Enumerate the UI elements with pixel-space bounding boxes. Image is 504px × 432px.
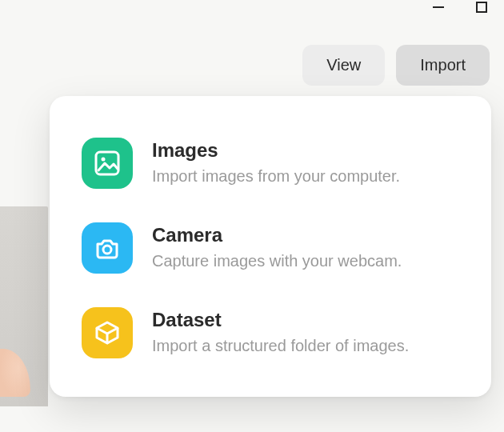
svg-rect-0 (433, 6, 444, 8)
option-description: Import images from your computer. (152, 166, 400, 187)
svg-point-3 (102, 158, 106, 162)
svg-rect-1 (477, 2, 486, 12)
import-popover: Images Import images from your computer.… (50, 96, 491, 397)
image-icon (82, 138, 133, 189)
maximize-icon[interactable] (467, 0, 496, 14)
option-camera[interactable]: Camera Capture images with your webcam. (82, 222, 454, 274)
option-title: Images (152, 139, 400, 162)
toolbar: View Import (302, 45, 490, 86)
option-images[interactable]: Images Import images from your computer. (82, 138, 454, 189)
option-description: Capture images with your webcam. (152, 250, 402, 272)
window-controls (424, 0, 504, 14)
minimize-icon[interactable] (424, 0, 453, 14)
cube-icon (82, 307, 133, 358)
camera-icon (82, 222, 133, 274)
option-title: Dataset (152, 309, 409, 332)
option-description: Import a structured folder of images. (152, 335, 409, 357)
option-title: Camera (152, 224, 402, 247)
option-images-text: Images Import images from your computer. (152, 138, 400, 187)
view-button[interactable]: View (302, 45, 385, 86)
option-dataset[interactable]: Dataset Import a structured folder of im… (82, 307, 454, 358)
import-button[interactable]: Import (396, 45, 490, 86)
option-camera-text: Camera Capture images with your webcam. (152, 222, 402, 272)
option-dataset-text: Dataset Import a structured folder of im… (152, 307, 409, 357)
svg-point-4 (103, 246, 111, 254)
